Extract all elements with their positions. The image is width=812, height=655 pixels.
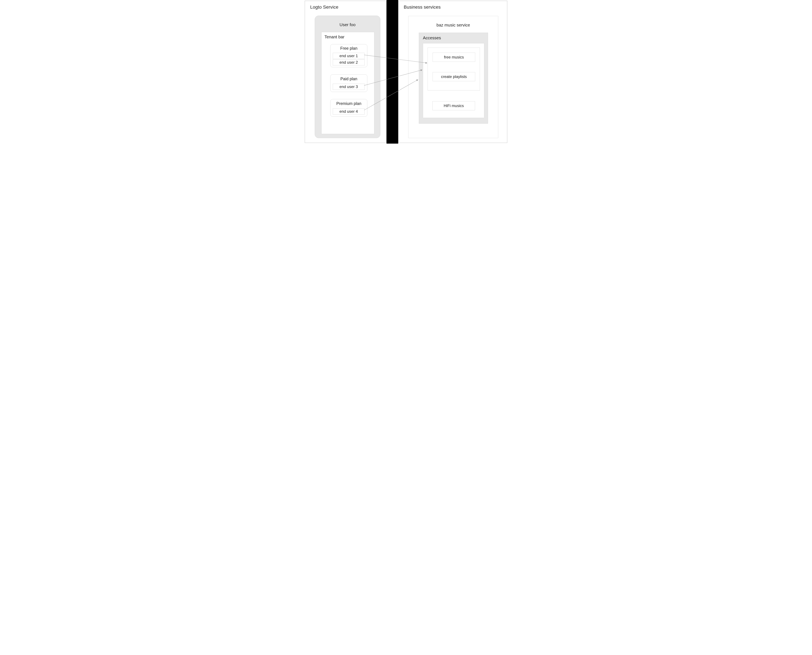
plan-free-title: Free plan bbox=[330, 46, 367, 51]
end-user-1: end user 1 bbox=[333, 53, 365, 59]
access-create-playlists: create playlists bbox=[433, 72, 475, 81]
service-box: baz music service Accesses free musics c… bbox=[408, 16, 498, 138]
panel-business-services: Business services baz music service Acce… bbox=[398, 1, 507, 143]
access-hifi-musics: HiFi musics bbox=[433, 101, 475, 110]
panel-logto-service: Logto Service User foo Tenant bar Free p… bbox=[305, 1, 387, 143]
panel-title-business: Business services bbox=[404, 5, 441, 10]
plan-paid: Paid plan end user 3 bbox=[330, 74, 367, 92]
user-box-title: User foo bbox=[315, 22, 380, 27]
end-user-2: end user 2 bbox=[333, 59, 365, 66]
access-label: HiFi musics bbox=[444, 103, 464, 108]
service-box-title: baz music service bbox=[408, 23, 498, 28]
tenant-box: Tenant bar Free plan end user 1 end user… bbox=[321, 32, 375, 134]
diagram-canvas: Logto Service User foo Tenant bar Free p… bbox=[304, 0, 508, 144]
access-free-musics: free musics bbox=[433, 53, 475, 62]
accesses-title: Accesses bbox=[423, 35, 441, 40]
end-user-3: end user 3 bbox=[333, 84, 365, 90]
vertical-divider bbox=[387, 0, 398, 144]
panel-title-logto: Logto Service bbox=[310, 5, 338, 10]
plan-paid-title: Paid plan bbox=[330, 77, 367, 81]
plan-premium: Premium plan end user 4 bbox=[330, 99, 367, 117]
user-box: User foo Tenant bar Free plan end user 1… bbox=[315, 15, 380, 138]
accesses-inner: free musics create playlists bbox=[428, 48, 480, 91]
accesses-outer: free musics create playlists HiFi musics bbox=[423, 43, 484, 118]
end-user-4: end user 4 bbox=[333, 108, 365, 115]
plan-free: Free plan end user 1 end user 2 bbox=[330, 44, 367, 67]
tenant-box-title: Tenant bar bbox=[324, 34, 344, 40]
access-label: create playlists bbox=[441, 74, 467, 79]
accesses-box: Accesses free musics create playlists Hi… bbox=[419, 33, 488, 124]
plan-premium-title: Premium plan bbox=[330, 101, 367, 106]
access-label: free musics bbox=[444, 55, 464, 60]
